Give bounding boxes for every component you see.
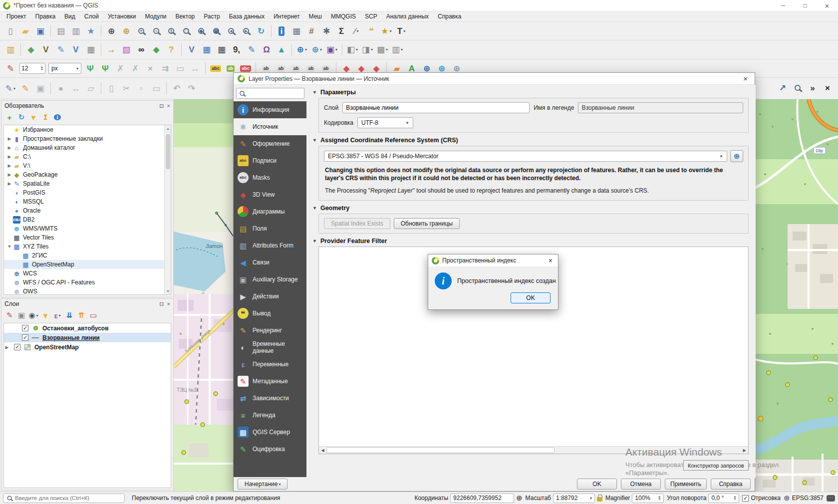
zoom-full-extent-button[interactable]: □ bbox=[179, 24, 193, 38]
new-bookmark-button[interactable]: ★▾ bbox=[379, 24, 393, 38]
properties-tab-symbology[interactable]: ✎Оформление bbox=[234, 135, 306, 152]
plugin-grid-dark-button[interactable]: ▦ bbox=[215, 43, 229, 57]
zoom-last-button[interactable]: ◂ bbox=[224, 24, 238, 38]
properties-tab-metadata[interactable]: ✎Метаданные bbox=[234, 373, 306, 390]
open-attribute-table-button[interactable]: ▦ bbox=[289, 24, 303, 38]
pan-map-button[interactable]: ⊕ bbox=[104, 24, 118, 38]
browser-item-wfs-ogc[interactable]: ⊕WFS / OGC API - Features bbox=[4, 278, 171, 287]
new-spatialite-layer-button[interactable]: ✎ bbox=[54, 43, 68, 57]
metasearch-button[interactable]: ⊕▾ bbox=[310, 43, 324, 57]
zoom-native-button[interactable]: 1 bbox=[164, 24, 178, 38]
zoom-out-button[interactable]: − bbox=[149, 24, 163, 38]
new-memory-layer-button[interactable]: ▦ bbox=[84, 43, 98, 57]
collapse-all-browser-button[interactable]: ↥ bbox=[39, 111, 51, 123]
advanced-digitizing-button[interactable]: ✎ bbox=[245, 43, 259, 57]
menu-item-2[interactable]: Правка bbox=[31, 12, 60, 21]
layer-labeling-button[interactable]: abc bbox=[209, 61, 223, 75]
properties-tab-actions[interactable]: ▶Действия bbox=[234, 288, 306, 305]
menu-item-8[interactable]: Растр bbox=[199, 12, 224, 21]
filter-browser-button[interactable]: ▼ bbox=[27, 111, 39, 123]
layer-item-openstreetmap-layer[interactable]: ▶✓OpenStreetMap bbox=[4, 342, 171, 352]
coordinates-value[interactable]: 9226609,7359952 bbox=[450, 494, 514, 503]
expander-icon[interactable]: ▶ bbox=[6, 154, 13, 159]
identify-features-button[interactable]: i bbox=[275, 24, 288, 38]
toggle-editing-button[interactable]: ✎ bbox=[18, 81, 32, 95]
browser-item-xyz-tiles[interactable]: ▼▦XYZ Tiles bbox=[4, 242, 171, 251]
current-edits-button[interactable]: ✎▾ bbox=[3, 81, 17, 95]
browser-item-wcs[interactable]: ⊕WCS bbox=[4, 269, 171, 278]
zoom-in-button[interactable]: + bbox=[134, 24, 148, 38]
style-menu-button[interactable]: Начертание▾ bbox=[238, 479, 287, 490]
snapping-fork-1-button[interactable]: Ψ bbox=[83, 61, 97, 75]
browser-item-spatial-bookmarks[interactable]: ▶▮Пространственные закладки bbox=[4, 134, 171, 143]
browser-item-db2[interactable]: DB2DB2 bbox=[4, 215, 171, 224]
menu-item-14[interactable]: Анализ данных bbox=[382, 12, 433, 21]
help-contents-button[interactable]: ? bbox=[164, 43, 178, 57]
encoding-combo[interactable]: UTF-8 ▼ bbox=[357, 117, 413, 128]
browser-item-favorites[interactable]: ★Избранное bbox=[4, 125, 171, 134]
expander-icon[interactable]: ▶ bbox=[6, 145, 13, 150]
browser-item-mssql[interactable]: ◗MSSQL bbox=[4, 197, 171, 206]
filter-legend-button[interactable]: ▼ bbox=[39, 309, 51, 321]
browser-item-v-drive[interactable]: ▶▰V:\ bbox=[4, 161, 171, 170]
update-extents-button[interactable]: Обновить границы bbox=[394, 218, 460, 229]
properties-tab-masks[interactable]: abcMasks bbox=[234, 169, 306, 186]
undo-button[interactable]: ↶ bbox=[170, 81, 184, 95]
add-group-button[interactable]: ▣ bbox=[15, 309, 27, 321]
save-layer-edits-button[interactable]: ▣ bbox=[33, 81, 47, 95]
vector-menu-tools-button[interactable]: ◧▾ bbox=[345, 43, 359, 57]
crs-combo[interactable]: EPSG:3857 - WGS 84 / Pseudo-Mercator ▼ bbox=[324, 151, 727, 162]
expander-icon[interactable]: ▶ bbox=[6, 172, 13, 177]
browser-item-home[interactable]: ▶⌂Домашний каталог bbox=[4, 143, 171, 152]
locator-search-box[interactable] bbox=[3, 494, 125, 503]
open-project-button[interactable]: ▰ bbox=[18, 24, 32, 38]
new-shapefile-layer-button[interactable]: V bbox=[39, 43, 53, 57]
move-feature-button[interactable]: ↔ bbox=[69, 81, 83, 95]
dialog-search-input[interactable] bbox=[247, 90, 297, 97]
scroll-left-arrow-icon[interactable]: ◀ bbox=[319, 447, 326, 454]
text-annotation-button[interactable]: T▾ bbox=[394, 24, 408, 38]
menu-item-13[interactable]: SCP bbox=[360, 12, 382, 21]
properties-tab-temporal[interactable]: ◐Временные данные bbox=[234, 339, 306, 356]
query-builder-button[interactable]: Конструктор запросов bbox=[683, 460, 749, 471]
browser-scrollbar[interactable]: ▲▼ bbox=[164, 125, 171, 294]
dialog-title-bar[interactable]: Layer Properties — Взорванные линии — Ис… bbox=[234, 73, 755, 85]
apply-button[interactable]: Применить bbox=[665, 479, 707, 490]
refresh-browser-button[interactable]: ↻ bbox=[15, 111, 27, 123]
locator-input[interactable] bbox=[15, 495, 115, 501]
section-crs-header[interactable]: ▼ Assigned Coordinate Reference System (… bbox=[312, 137, 749, 144]
minimize-button[interactable]: ─ bbox=[772, 0, 794, 11]
mmqgis-tool-button[interactable]: → bbox=[104, 43, 118, 57]
properties-tab-fields[interactable]: ▤Поля bbox=[234, 220, 306, 237]
properties-tab-variables[interactable]: εПеременные bbox=[234, 356, 306, 373]
new-virtual-layer-button[interactable]: V bbox=[69, 43, 83, 57]
section-parameters-header[interactable]: ▼ Параметры bbox=[312, 89, 749, 96]
open-layer-styling-button[interactable]: ✎ bbox=[3, 309, 15, 321]
collapse-all-layers-button[interactable]: ⇈ bbox=[75, 309, 87, 321]
crs-status[interactable]: EPSG:3857 bbox=[792, 495, 824, 502]
browser-item-c-drive[interactable]: ▶▰C:\ bbox=[4, 152, 171, 161]
new-project-button[interactable]: ▯ bbox=[3, 24, 17, 38]
menu-item-7[interactable]: Вектор bbox=[171, 12, 199, 21]
layout-manager-button[interactable]: ▥ bbox=[69, 24, 83, 38]
properties-tab-attributes-form[interactable]: ▥Attributes Form bbox=[234, 237, 306, 254]
zoom-to-layer-button[interactable]: ▤ bbox=[209, 24, 223, 38]
clear-tool-1-button[interactable]: ✗ bbox=[113, 61, 127, 75]
close-button[interactable]: × bbox=[816, 0, 838, 11]
cancel-button[interactable]: Отмена bbox=[621, 479, 661, 490]
ok-button[interactable]: OK bbox=[577, 479, 617, 490]
manage-map-themes-button[interactable]: ◉▾ bbox=[27, 309, 39, 321]
filter-by-expression-button[interactable]: ε▾ bbox=[51, 309, 63, 321]
scroll-right-arrow-icon[interactable]: ▶ bbox=[741, 447, 748, 454]
intersection-tool-button[interactable]: × bbox=[143, 61, 157, 75]
layer-visibility-checkbox[interactable]: ✓ bbox=[22, 334, 28, 341]
menu-item-12[interactable]: MMQGIS bbox=[326, 12, 360, 21]
lock-scale-icon[interactable] bbox=[597, 497, 602, 502]
scroll-thumb[interactable] bbox=[326, 447, 555, 453]
vertex-tool-button[interactable]: V bbox=[185, 43, 199, 57]
properties-tab-labels[interactable]: abcПодписи bbox=[234, 152, 306, 169]
vertex-tool-all-layers-button[interactable]: ▱ bbox=[84, 81, 98, 95]
properties-tab-joins[interactable]: ◀Связи bbox=[234, 254, 306, 271]
browser-item-openstreetmap[interactable]: ▦OpenStreetMap bbox=[4, 260, 171, 269]
coordinate-capture-button[interactable]: 9, bbox=[230, 43, 244, 57]
